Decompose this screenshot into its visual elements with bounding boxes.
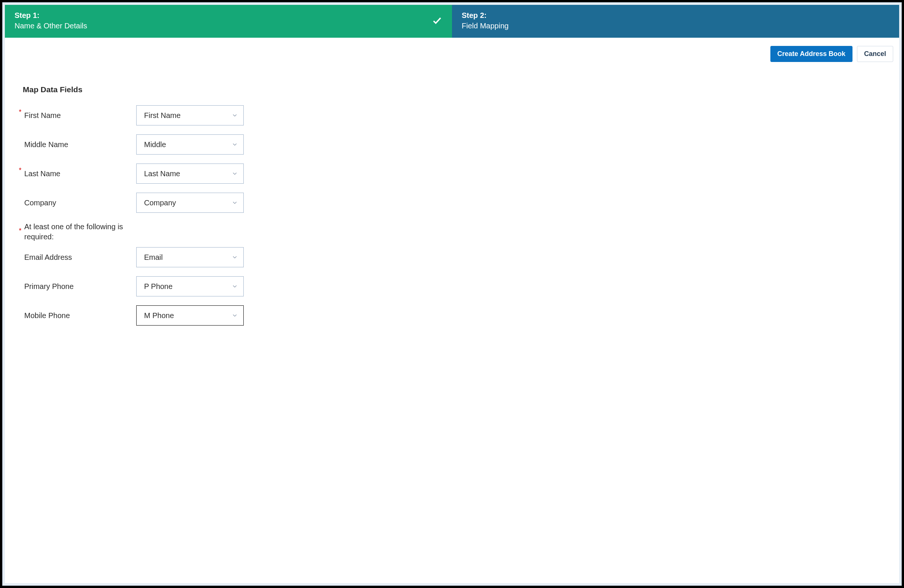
required-mark-empty [16, 193, 24, 196]
chevron-down-icon [231, 112, 238, 119]
section-title: Map Data Fields [23, 85, 888, 94]
select-value: Company [144, 199, 176, 207]
required-one-note: At least one of the following is require… [24, 222, 136, 242]
select-mobile-phone[interactable]: M Phone [136, 305, 244, 326]
chevron-down-icon [231, 283, 238, 290]
select-last-name[interactable]: Last Name [136, 163, 244, 184]
required-mark: * [16, 222, 24, 235]
step-2-subtitle: Field Mapping [462, 21, 509, 31]
label-company: Company [24, 199, 136, 207]
select-first-name[interactable]: First Name [136, 105, 244, 125]
step-1-title: Step 1: [14, 10, 87, 21]
chevron-down-icon [231, 254, 238, 261]
wizard-stepper: Step 1: Name & Other Details Step 2: Fie… [5, 5, 899, 38]
select-value: Email [144, 253, 163, 262]
required-one-note-row: * At least one of the following is requi… [16, 222, 888, 242]
action-bar: Create Address Book Cancel [5, 38, 899, 65]
field-row-last-name: * Last Name Last Name [16, 163, 888, 184]
chevron-down-icon [231, 199, 238, 206]
label-primary-phone: Primary Phone [24, 282, 136, 291]
select-middle-name[interactable]: Middle [136, 134, 244, 155]
step-2[interactable]: Step 2: Field Mapping [452, 5, 899, 38]
required-mark: * [16, 163, 24, 174]
form-content: Map Data Fields * First Name First Name … [5, 65, 899, 326]
select-value: M Phone [144, 311, 174, 320]
field-row-email: Email Address Email [16, 247, 888, 267]
field-row-first-name: * First Name First Name [16, 105, 888, 125]
field-row-primary-phone: Primary Phone P Phone [16, 276, 888, 296]
field-row-company: Company Company [16, 193, 888, 213]
chevron-down-icon [231, 170, 238, 177]
step-1[interactable]: Step 1: Name & Other Details [5, 5, 452, 38]
select-value: First Name [144, 111, 181, 120]
required-mark: * [16, 105, 24, 116]
step-2-title: Step 2: [462, 10, 509, 21]
label-mobile-phone: Mobile Phone [24, 311, 136, 320]
select-email[interactable]: Email [136, 247, 244, 267]
select-value: Last Name [144, 169, 180, 178]
select-primary-phone[interactable]: P Phone [136, 276, 244, 296]
label-middle-name: Middle Name [24, 141, 136, 149]
check-icon [432, 15, 442, 26]
select-value: P Phone [144, 282, 172, 291]
chevron-down-icon [231, 141, 238, 148]
label-email: Email Address [24, 253, 136, 262]
required-mark-empty [16, 305, 24, 308]
required-mark-empty [16, 247, 24, 250]
step-1-subtitle: Name & Other Details [14, 21, 87, 31]
select-company[interactable]: Company [136, 193, 244, 213]
create-address-book-button[interactable]: Create Address Book [770, 46, 852, 62]
field-row-middle-name: Middle Name Middle [16, 134, 888, 155]
label-first-name: First Name [24, 111, 136, 120]
required-mark-empty [16, 276, 24, 279]
select-value: Middle [144, 141, 166, 149]
required-mark-empty [16, 134, 24, 138]
cancel-button[interactable]: Cancel [857, 46, 893, 62]
chevron-down-icon [231, 312, 238, 319]
field-row-mobile-phone: Mobile Phone M Phone [16, 305, 888, 326]
label-last-name: Last Name [24, 169, 136, 178]
